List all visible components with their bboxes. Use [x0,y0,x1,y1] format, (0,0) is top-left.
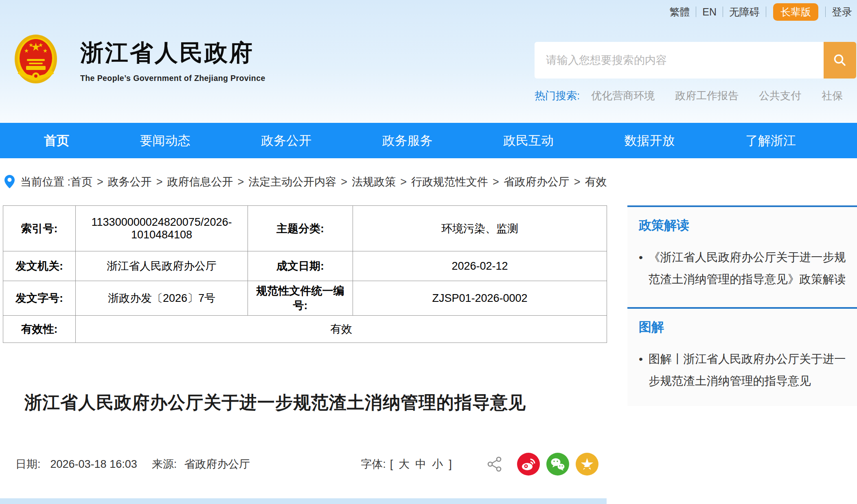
breadcrumb-item[interactable]: 有效 [585,175,607,189]
separator [825,7,826,17]
policy-interpretation-heading: 政策解读 [639,217,846,234]
utility-bar: 繁體 EN 无障碍 长辈版 登录 [0,0,857,24]
breadcrumb: 当前位置 : 首页 > 政务公开 > 政府信息公开 > 法定主动公开内容 > 法… [0,158,857,205]
content-area-top-strip [0,498,607,504]
search-box [535,42,856,79]
search-icon [833,53,847,67]
site-title: 浙江省人民政府 [80,41,265,64]
page-title: 浙江省人民政府办公厅关于进一步规范渣土消纳管理的指导意见 [24,391,607,415]
infographic-box: 图解 • 图解丨浙江省人民政府办公厅关于进一步规范渣土消纳管理的指导意见 [627,307,857,406]
date-label: 日期: [15,457,41,471]
font-size-small-button[interactable]: 小 [432,457,443,471]
main-content: 索引号: 113300000024820075/2026-1010484108 … [0,205,857,476]
lang-traditional-link[interactable]: 繁體 [669,5,690,19]
breadcrumb-separator: > [156,176,163,188]
nav-item-gov-services[interactable]: 政务服务 [382,132,433,149]
font-size-large-button[interactable]: 大 [399,457,410,471]
document-column: 索引号: 113300000024820075/2026-1010484108 … [3,205,607,476]
weibo-icon [520,456,537,473]
unified-number-label: 规范性文件统一编号: [248,281,353,316]
wechat-share-button[interactable] [546,453,569,476]
bullet-icon: • [639,348,643,370]
nav-item-open-data[interactable]: 数据开放 [625,132,675,149]
separator [696,7,696,17]
separator [766,7,766,17]
weibo-share-button[interactable] [517,453,540,476]
font-size-medium-button[interactable]: 中 [415,457,426,471]
breadcrumb-separator: > [238,176,244,188]
table-row: 发文机关: 浙江省人民政府办公厅 成文日期: 2026-02-12 [3,251,607,281]
infographic-text: 图解丨浙江省人民政府办公厅关于进一步规范渣土消纳管理的指导意见 [649,348,846,392]
bracket-open: [ [390,458,393,471]
site-subtitle: The People’s Government of Zhejiang Prov… [80,74,265,83]
main-navigation: 首页 要闻动态 政务公开 政务服务 政民互动 数据开放 了解浙江 [0,123,857,158]
login-link[interactable]: 登录 [832,5,852,19]
table-row: 有效性: 有效 [3,316,607,343]
article-meta-row: 日期: 2026-03-18 16:03 来源: 省政府办公厅 字体: [ 大 … [15,453,607,476]
issue-date-label: 成文日期: [248,251,353,281]
validity-value: 有效 [76,316,607,343]
font-size-label: 字体: [361,457,386,471]
breadcrumb-item[interactable]: 政府信息公开 [167,175,233,189]
accessibility-link[interactable]: 无障碍 [729,5,760,19]
bullet-icon: • [639,246,643,268]
nav-item-about-zhejiang[interactable]: 了解浙江 [745,132,796,149]
breadcrumb-item[interactable]: 法规政策 [352,175,396,189]
policy-interpretation-link[interactable]: • 《浙江省人民政府办公厅关于进一步规范渣土消纳管理的指导意见》政策解读 [639,246,846,290]
qzone-star-icon [579,456,596,473]
issuing-agency-value: 浙江省人民政府办公厅 [76,251,248,281]
hot-search-label: 热门搜索: [535,89,580,103]
wechat-icon [549,456,566,473]
source-value: 省政府办公厅 [184,457,250,471]
breadcrumb-separator: > [493,176,499,188]
policy-interpretation-text: 《浙江省人民政府办公厅关于进一步规范渣土消纳管理的指导意见》政策解读 [649,246,846,290]
breadcrumb-item[interactable]: 法定主动公开内容 [248,175,336,189]
share-button[interactable] [486,456,503,473]
index-number-label: 索引号: [3,206,76,251]
table-row: 发文字号: 浙政办发〔2026〕7号 规范性文件统一编号: ZJSP01-202… [3,281,607,316]
infographic-link[interactable]: • 图解丨浙江省人民政府办公厅关于进一步规范渣土消纳管理的指导意见 [639,348,846,392]
breadcrumb-item[interactable]: 政务公开 [108,175,152,189]
search-input[interactable] [535,42,824,79]
topic-category-value: 环境污染、监测 [353,206,607,251]
breadcrumb-item[interactable]: 首页 [70,175,92,189]
national-emblem-icon [14,34,58,85]
hot-search-term[interactable]: 社保 [822,89,843,103]
hot-search-row: 热门搜索: 优化营商环境 政府工作报告 公共支付 社保 [535,89,856,103]
infographic-heading: 图解 [639,319,846,336]
nav-item-gov-openness[interactable]: 政务公开 [261,132,311,149]
document-info-table: 索引号: 113300000024820075/2026-1010484108 … [3,205,607,343]
elder-version-button[interactable]: 长辈版 [773,3,818,21]
breadcrumb-separator: > [341,176,347,188]
topic-category-label: 主题分类: [248,206,353,251]
right-sidebar: 政策解读 • 《浙江省人民政府办公厅关于进一步规范渣土消纳管理的指导意见》政策解… [627,205,857,406]
location-pin-icon [4,175,15,189]
document-number-value: 浙政办发〔2026〕7号 [76,281,248,316]
search-button[interactable] [824,42,856,79]
hot-search-term[interactable]: 公共支付 [759,89,801,103]
qzone-share-button[interactable] [576,453,598,476]
policy-interpretation-box: 政策解读 • 《浙江省人民政府办公厅关于进一步规范渣土消纳管理的指导意见》政策解… [627,205,857,307]
share-icon [486,456,503,473]
bracket-close: ] [449,458,452,471]
nav-item-home[interactable]: 首页 [44,132,69,149]
breadcrumb-label: 当前位置 : [20,175,70,189]
hot-search-term[interactable]: 政府工作报告 [675,89,739,103]
hot-search-term[interactable]: 优化营商环境 [591,89,655,103]
nav-item-news[interactable]: 要闻动态 [140,132,191,149]
site-identity: 浙江省人民政府 The People’s Government of Zheji… [80,41,265,83]
document-number-label: 发文字号: [3,281,76,316]
share-buttons [486,453,598,476]
nav-item-interaction[interactable]: 政民互动 [503,132,554,149]
breadcrumb-item[interactable]: 行政规范性文件 [411,175,488,189]
issue-date-value: 2026-02-12 [353,251,607,281]
breadcrumb-separator: > [97,176,103,188]
index-number-value: 113300000024820075/2026-1010484108 [76,206,248,251]
separator [723,7,723,17]
lang-english-link[interactable]: EN [702,6,717,18]
site-header: 繁體 EN 无障碍 长辈版 登录 浙江省人民政府 The Peo [0,0,857,123]
validity-label: 有效性: [3,316,76,343]
search-area: 热门搜索: 优化营商环境 政府工作报告 公共支付 社保 [535,42,856,103]
breadcrumb-item[interactable]: 省政府办公厅 [504,175,570,189]
table-row: 索引号: 113300000024820075/2026-1010484108 … [3,206,607,251]
